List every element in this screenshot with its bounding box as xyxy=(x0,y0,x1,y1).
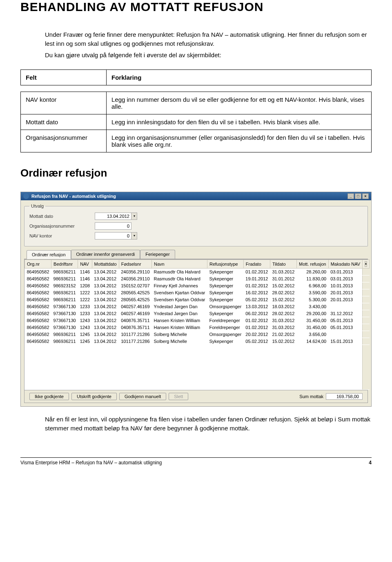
close-button[interactable]: × xyxy=(362,193,369,199)
table-cell: 864950582 xyxy=(25,296,51,303)
table-cell: 5.300,00 xyxy=(296,296,328,303)
table-cell: 05.01.2013 xyxy=(328,324,363,331)
godkjenn-manuelt-button[interactable]: Godkjenn manuelt xyxy=(119,393,166,400)
table-cell: 1222 xyxy=(78,296,92,303)
col-header[interactable]: Tildato xyxy=(270,260,296,269)
table-row[interactable]: 864950582973667130123313.04.2012040257.4… xyxy=(25,310,370,317)
table-row[interactable]: 864950582986923152120813.04.2012150152.0… xyxy=(25,282,370,289)
table-cell: 1243 xyxy=(78,317,92,324)
slett-button[interactable]: Slett xyxy=(169,393,188,400)
table-cell: 28.02.2012 xyxy=(270,310,296,317)
table-cell: 13.03.2012 xyxy=(243,303,270,310)
table-cell: 01.02.2012 xyxy=(243,282,270,289)
table-cell: Sykepenger xyxy=(207,289,243,296)
table-row[interactable]: 864950582986936211124513.04.2012101177.2… xyxy=(25,338,370,345)
table-cell: 1208 xyxy=(78,282,92,289)
col-header[interactable]: Mottattdato xyxy=(92,260,119,269)
table-cell: 973667130 xyxy=(51,303,78,310)
table-row[interactable]: 864950582986936211122213.04.2012280565.4… xyxy=(25,296,370,303)
utvalg-legend: Utvalg xyxy=(29,204,45,208)
table-cell: Hansen Kristen William xyxy=(152,317,207,324)
maximize-button[interactable]: □ xyxy=(355,193,361,199)
utskrift-godkjente-button[interactable]: Utskrift godkjente xyxy=(71,393,117,400)
page-heading: BEHANDLING AV MOTTATT REFUSJON xyxy=(20,0,372,14)
table-cell: 973667130 xyxy=(51,324,78,331)
table-cell: 986936211 xyxy=(51,338,78,345)
table-cell: 240356.29110 xyxy=(119,275,151,282)
table-cell: 31.01.2012 xyxy=(270,275,296,282)
table-cell: 040876.35711 xyxy=(119,317,151,324)
table-cell: 15.02.2012 xyxy=(270,338,296,345)
ikke-godkjente-button[interactable]: Ikke godkjente xyxy=(29,393,69,400)
table-cell: 20.01.2013 xyxy=(328,296,363,303)
table-row[interactable]: 864950582973667130123313.04.2012040257.4… xyxy=(25,303,370,310)
col-header[interactable]: NAV xyxy=(78,260,92,269)
table-cell: 01.02.2012 xyxy=(243,324,270,331)
scroll-up-icon[interactable]: ▴ xyxy=(365,261,367,267)
table-row[interactable]: 864950582986936211124513.04.2012101177.2… xyxy=(25,331,370,338)
table-cell: 31.03.2012 xyxy=(270,324,296,331)
tab-ordinaer-grenseverdi[interactable]: Ordinær innenfor grenseverdi xyxy=(71,250,140,259)
table-cell xyxy=(328,303,363,310)
table-cell: Foreldrepenger xyxy=(207,317,243,324)
col-header[interactable]: Fradato xyxy=(243,260,270,269)
navkontor-label: NAV kontor xyxy=(29,233,95,238)
mottatt-dato-dropdown-icon[interactable]: ▾ xyxy=(131,213,137,220)
defs-row3-text: Legg inn organisasjonsnummer (eller orga… xyxy=(107,130,372,152)
table-cell: 864950582 xyxy=(25,275,51,282)
col-header[interactable]: Org.nr xyxy=(25,260,51,269)
defs-header-forklaring: Forklaring xyxy=(111,74,141,81)
table-cell: 29.200,00 xyxy=(296,310,328,317)
col-header[interactable]: Fødselsnr xyxy=(119,260,151,269)
field-definition-table: Felt Forklaring NAV kontor Legg inn numm… xyxy=(20,69,372,152)
table-cell: 986936211 xyxy=(51,296,78,303)
table-cell: 150152.02707 xyxy=(119,282,151,289)
table-cell: 31.450,00 xyxy=(296,317,328,324)
col-header[interactable]: Navn xyxy=(152,260,207,269)
table-cell: 6.968,00 xyxy=(296,282,328,289)
table-cell: 1233 xyxy=(78,310,92,317)
navkontor-input[interactable] xyxy=(95,232,131,240)
table-cell: 864950582 xyxy=(25,317,51,324)
table-cell: 13.04.2012 xyxy=(92,269,119,275)
orgnr-input[interactable] xyxy=(95,222,131,230)
below-screenshot-paragraph: Når en fil er lest inn, vil opplysningen… xyxy=(45,415,372,433)
orgnr-label: Organisasjonsnummer xyxy=(29,224,95,228)
table-row[interactable]: 864950582986936211122213.04.2012280565.4… xyxy=(25,289,370,296)
tab-ordinaer-refusjon[interactable]: Ordinær refusjon xyxy=(27,250,71,259)
minimize-button[interactable]: _ xyxy=(347,193,354,199)
table-cell: 040257.46169 xyxy=(119,310,151,317)
table-cell: Sykepenger xyxy=(207,310,243,317)
table-row[interactable]: 864950582986936211114613.04.2012240356.2… xyxy=(25,275,370,282)
app-window: Refusjon fra NAV - automatisk utligning … xyxy=(20,192,372,407)
table-row[interactable]: 864950582973667130124313.04.2012040876.3… xyxy=(25,317,370,324)
mottatt-dato-input[interactable] xyxy=(95,213,131,220)
table-row[interactable]: 864950582973667130124313.04.2012040876.3… xyxy=(25,324,370,331)
table-cell: 15.02.2012 xyxy=(270,282,296,289)
table-cell: 973667130 xyxy=(51,310,78,317)
col-header[interactable]: Mott. refusjon xyxy=(296,260,328,269)
table-cell: 864950582 xyxy=(25,331,51,338)
table-cell: Finnøy Kjell Johannes xyxy=(152,282,207,289)
col-header[interactable]: Bedriftsnr xyxy=(51,260,78,269)
tab-feriepenger[interactable]: Feriepenger xyxy=(140,250,175,259)
table-row[interactable]: 864950582986936211114613.04.2012240356.2… xyxy=(25,269,370,275)
table-cell: 280565.42525 xyxy=(119,296,151,303)
col-header[interactable]: Maksdato NAV xyxy=(328,260,363,269)
table-cell: 15.01.2013 xyxy=(328,338,363,345)
defs-row2-label: Mottatt dato xyxy=(21,114,107,130)
navkontor-dropdown-icon[interactable]: ▾ xyxy=(131,232,137,240)
table-cell: 864950582 xyxy=(25,289,51,296)
table-cell: Hansen Kristen William xyxy=(152,324,207,331)
table-cell: 864950582 xyxy=(25,269,51,275)
col-header[interactable]: Refusjonstype xyxy=(207,260,243,269)
intro-paragraph-1: Under Fravær og ferie finner dere menypu… xyxy=(45,30,372,48)
table-cell: Svendsen Kjartan Oddvar xyxy=(152,296,207,303)
table-cell: 31.03.2012 xyxy=(270,269,296,275)
table-cell: 3.430,00 xyxy=(296,303,328,310)
table-cell: 1245 xyxy=(78,338,92,345)
table-cell: Sykepenger xyxy=(207,338,243,345)
table-cell: 20.01.2013 xyxy=(328,289,363,296)
table-cell: 3.590,00 xyxy=(296,289,328,296)
table-cell: Sykepenger xyxy=(207,282,243,289)
